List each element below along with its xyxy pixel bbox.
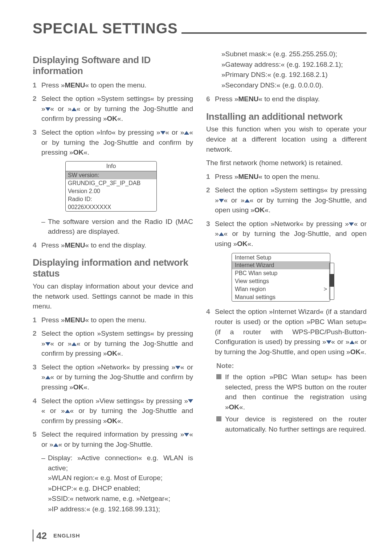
heading-additional-network: Installing an additional network [206,111,367,122]
right-column: »Subnet mask:« (e.g. 255.255.255.0); »Ga… [206,48,367,514]
display-line: »IP address:« (e.g. 192.168.99.131); [48,504,193,515]
arrow-down-icon [45,107,50,111]
step-num: 1 [33,315,41,325]
left-column: Displaying Software and ID information 1… [33,48,193,514]
page-footer: 42 ENGLISH [33,530,80,541]
info-box-row: 00226XXXXXXX [66,203,156,211]
heading-software-id: Displaying Software and ID information [33,55,193,77]
arrow-up-icon [72,342,77,346]
arrow-up-icon [219,232,224,236]
step-text: Select the option »Internet Wizard« (if … [215,307,367,357]
arrow-down-icon [160,131,166,135]
section-title: SPECIAL SETTINGS [33,20,181,37]
square-bullet-icon [216,416,221,421]
step-num: 1 [206,172,215,182]
step-text: Press »MENU« to open the menu. [41,315,193,325]
arrow-up-icon [65,409,70,413]
step-text: Press »MENU« to end the display. [41,240,193,250]
display-line: »DHCP:« e.g. DHCP enabled; [48,483,193,494]
page-number: 42 [33,530,50,541]
arrow-up-icon [53,443,58,447]
step-text: Press »MENU« to open the menu. [41,80,193,90]
step-num: 1 [33,80,41,90]
arrow-down-icon [349,222,354,226]
step-text: Select the option »System settings« by p… [41,328,193,359]
step-text: Select the option »System settings« by p… [41,94,193,124]
display-line: »Primary DNS:« (e.g. 192.168.2.1) [221,70,367,80]
section-title-row: SPECIAL SETTINGS [33,20,367,37]
menu-row: Wlan region > [232,285,330,293]
section-intro: You can display information about your d… [33,281,193,311]
internet-setup-menu: Internet Setup Internet Wizard PBC Wlan … [232,253,330,302]
arrow-down-icon [175,366,180,369]
menu-row-label: Wlan region [235,286,266,293]
menu-row: View settings [232,277,330,285]
step-num: 3 [33,127,41,138]
step-num: 4 [206,307,215,317]
step-num: 6 [206,94,215,104]
display-line: »Secondary DNS:« (e.g. 0.0.0.0). [221,80,367,91]
note-bullet: If the option »PBC Wlan setup« has been … [225,372,367,412]
step-text: Select the required information by press… [41,429,193,449]
section-note: The first network (home network) is reta… [206,158,367,168]
section-intro: Use this function when you wish to opera… [206,124,367,154]
menu-row: Manual settings [232,293,330,301]
step-text: Select the option »Info« by pressing »« … [41,127,193,158]
arrow-up-icon [350,340,355,344]
step-text: Select the option »Network« by pressing … [215,219,367,249]
arrow-up-icon [72,107,77,111]
display-line: »Gateway address:« (e.g. 192.168.2.1); [221,60,367,70]
dash-icon: – [41,217,48,227]
square-bullet-icon [216,374,221,379]
step-num: 4 [33,396,41,406]
arrow-down-icon [326,340,331,344]
chevron-right-icon: > [324,286,327,293]
step-text: Select the option »System settings« by p… [215,185,367,215]
step-num: 2 [33,94,41,104]
scrollbar [329,263,334,300]
step-num: 3 [33,362,41,372]
title-rule [181,32,367,34]
step-text: Press »MENU« to open the menu. [215,172,367,182]
step-note: The software version and the Radio ID (M… [48,217,193,237]
note-label: Note: [216,362,367,370]
display-line: »SSID:« network name, e.g. »Netgear«; [48,494,193,504]
display-line: »Subnet mask:« (e.g. 255.255.255.0); [221,49,367,60]
step-num: 3 [206,219,215,229]
info-box-row: GRUNDIG_CP_3F_IP_DAB [66,179,156,187]
arrow-up-icon [184,131,189,135]
info-box-selected-row: SW version: [66,171,156,179]
step-text: Press »MENU« to end the display. [215,94,367,104]
step-num: 2 [206,185,215,195]
display-line: »WLAN region:« e.g. Most of Europe; [48,473,193,483]
step-num: 4 [33,240,41,250]
info-box-row: Version 2.00 [66,187,156,195]
display-line: Display: »Active connection« e.g. WLAN i… [48,453,193,473]
arrow-up-icon [45,376,50,379]
menu-title: Internet Setup [232,253,330,261]
heading-network-status: Displaying information and network statu… [33,257,193,279]
page-language: ENGLISH [53,532,80,539]
menu-row-selected: Internet Wizard [232,261,330,269]
arrow-up-icon [245,199,250,203]
info-box-title: Info [66,162,156,171]
step-num: 2 [33,328,41,339]
arrow-down-icon [45,342,50,346]
menu-row: PBC Wlan setup [232,269,330,277]
note-bullet: Your device is registered on the router … [225,414,367,434]
step-num: 5 [33,429,41,440]
info-display-box: Info SW version: GRUNDIG_CP_3F_IP_DAB Ve… [65,161,157,212]
dash-icon: – [41,453,48,463]
arrow-down-icon [219,199,224,203]
step-text: Select the option »View settings« by pre… [41,396,193,426]
step-text: Select the option »Network« by pressing … [41,362,193,392]
arrow-down-icon [184,433,189,437]
info-box-row: Radio ID: [66,195,156,203]
scrollbar-thumb [330,274,334,287]
arrow-down-icon [188,399,193,403]
